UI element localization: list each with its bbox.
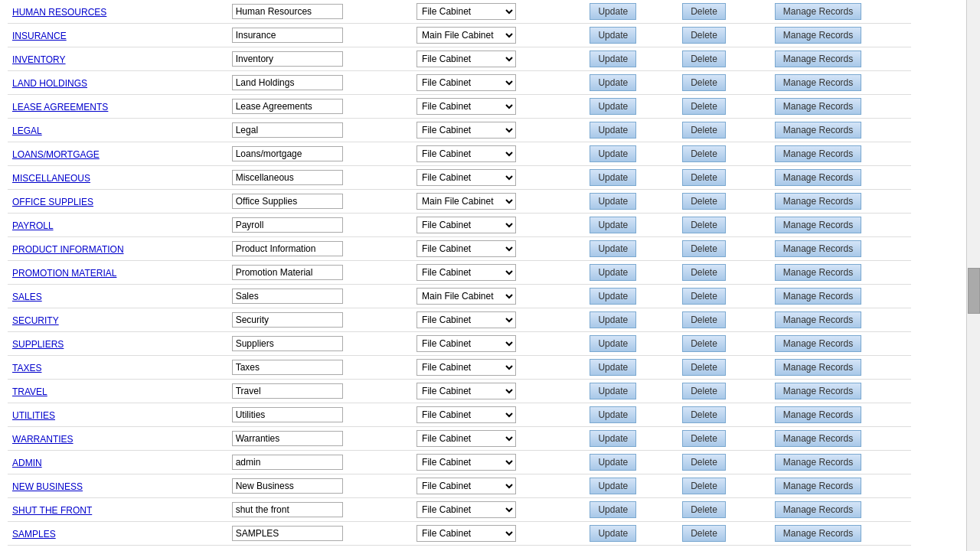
record-link-land_holdings[interactable]: LAND HOLDINGS [12, 78, 87, 89]
manage-records-button-inventory[interactable]: Manage Records [775, 51, 861, 67]
delete-button-office_supplies[interactable]: Delete [682, 193, 726, 210]
name-input-human_resources[interactable] [232, 4, 343, 19]
delete-button-lease_agreements[interactable]: Delete [682, 98, 726, 115]
delete-button-travel[interactable]: Delete [682, 383, 726, 399]
manage-records-button-lease_agreements[interactable]: Manage Records [775, 98, 861, 115]
manage-records-button-warranties[interactable]: Manage Records [775, 430, 861, 447]
cabinet-select-miscellaneous[interactable]: File CabinetMain File Cabinet [416, 169, 516, 186]
delete-button-legal[interactable]: Delete [682, 122, 726, 139]
delete-button-shut_the_front[interactable]: Delete [682, 501, 726, 518]
delete-button-new_business[interactable]: Delete [682, 478, 726, 494]
name-input-land_holdings[interactable] [232, 75, 343, 90]
cabinet-select-travel[interactable]: File CabinetMain File Cabinet [416, 383, 516, 399]
delete-button-insurance[interactable]: Delete [682, 27, 726, 44]
update-button-utilities[interactable]: Update [590, 406, 636, 423]
update-button-warranties[interactable]: Update [590, 430, 636, 447]
name-input-sales[interactable] [232, 289, 343, 304]
manage-records-button-human_resources[interactable]: Manage Records [775, 3, 861, 20]
record-link-legal[interactable]: LEGAL [12, 126, 42, 136]
update-button-new_business[interactable]: Update [590, 478, 636, 494]
name-input-travel[interactable] [232, 383, 343, 399]
update-button-product_information[interactable]: Update [590, 240, 636, 257]
name-input-office_supplies[interactable] [232, 194, 343, 209]
cabinet-select-admin[interactable]: File CabinetMain File Cabinet [416, 454, 516, 471]
update-button-admin[interactable]: Update [590, 454, 636, 471]
update-button-promotion_material[interactable]: Update [590, 264, 636, 281]
update-button-taxes[interactable]: Update [590, 359, 636, 376]
cabinet-select-security[interactable]: File CabinetMain File Cabinet [416, 311, 516, 328]
delete-button-samples[interactable]: Delete [682, 525, 726, 542]
manage-records-button-new_business[interactable]: Manage Records [775, 478, 861, 494]
cabinet-select-land_holdings[interactable]: File CabinetMain File Cabinet [416, 74, 516, 91]
manage-records-button-insurance[interactable]: Manage Records [775, 27, 861, 44]
manage-records-button-promotion_material[interactable]: Manage Records [775, 264, 861, 281]
update-button-inventory[interactable]: Update [590, 51, 636, 67]
name-input-warranties[interactable] [232, 431, 343, 446]
delete-button-sales[interactable]: Delete [682, 288, 726, 305]
update-button-lease_agreements[interactable]: Update [590, 98, 636, 115]
delete-button-promotion_material[interactable]: Delete [682, 264, 726, 281]
cabinet-select-loans_mortgage[interactable]: File CabinetMain File Cabinet [416, 145, 516, 162]
cabinet-select-sales[interactable]: File CabinetMain File Cabinet [416, 288, 516, 305]
cabinet-select-samples[interactable]: File CabinetMain File Cabinet [416, 525, 516, 542]
manage-records-button-loans_mortgage[interactable]: Manage Records [775, 145, 861, 162]
manage-records-button-office_supplies[interactable]: Manage Records [775, 193, 861, 210]
update-button-payroll[interactable]: Update [590, 217, 636, 233]
name-input-admin[interactable] [232, 455, 343, 470]
record-link-travel[interactable]: TRAVEL [12, 386, 47, 397]
cabinet-select-suppliers[interactable]: File CabinetMain File Cabinet [416, 335, 516, 352]
delete-button-taxes[interactable]: Delete [682, 359, 726, 376]
cabinet-select-human_resources[interactable]: File CabinetMain File Cabinet [416, 3, 516, 20]
record-link-utilities[interactable]: UTILITIES [12, 410, 55, 421]
update-button-sales[interactable]: Update [590, 288, 636, 305]
cabinet-select-inventory[interactable]: File CabinetMain File Cabinet [416, 51, 516, 67]
record-link-shut_the_front[interactable]: SHUT THE FRONT [12, 505, 92, 516]
delete-button-loans_mortgage[interactable]: Delete [682, 145, 726, 162]
record-link-warranties[interactable]: WARRANTIES [12, 434, 74, 445]
record-link-payroll[interactable]: PAYROLL [12, 220, 54, 231]
cabinet-select-insurance[interactable]: File CabinetMain File Cabinet [416, 27, 516, 44]
manage-records-button-land_holdings[interactable]: Manage Records [775, 74, 861, 91]
manage-records-button-legal[interactable]: Manage Records [775, 122, 861, 139]
record-link-security[interactable]: SECURITY [12, 315, 59, 326]
cabinet-select-taxes[interactable]: File CabinetMain File Cabinet [416, 359, 516, 376]
manage-records-button-miscellaneous[interactable]: Manage Records [775, 169, 861, 186]
update-button-suppliers[interactable]: Update [590, 335, 636, 352]
record-link-suppliers[interactable]: SUPPLIERS [12, 339, 64, 350]
manage-records-button-travel[interactable]: Manage Records [775, 383, 861, 399]
record-link-loans_mortgage[interactable]: LOANS/MORTGAGE [12, 149, 100, 160]
name-input-utilities[interactable] [232, 407, 343, 422]
name-input-legal[interactable] [232, 122, 343, 138]
name-input-security[interactable] [232, 312, 343, 328]
update-button-office_supplies[interactable]: Update [590, 193, 636, 210]
cabinet-select-legal[interactable]: File CabinetMain File Cabinet [416, 122, 516, 139]
update-button-land_holdings[interactable]: Update [590, 74, 636, 91]
name-input-new_business[interactable] [232, 478, 343, 494]
manage-records-button-shut_the_front[interactable]: Manage Records [775, 501, 861, 518]
cabinet-select-new_business[interactable]: File CabinetMain File Cabinet [416, 478, 516, 494]
record-link-sales[interactable]: SALES [12, 292, 42, 302]
update-button-travel[interactable]: Update [590, 383, 636, 399]
name-input-promotion_material[interactable] [232, 265, 343, 280]
record-link-admin[interactable]: ADMIN [12, 458, 42, 468]
name-input-samples[interactable] [232, 526, 343, 541]
cabinet-select-warranties[interactable]: File CabinetMain File Cabinet [416, 430, 516, 447]
cabinet-select-product_information[interactable]: File CabinetMain File Cabinet [416, 240, 516, 257]
manage-records-button-admin[interactable]: Manage Records [775, 454, 861, 471]
record-link-product_information[interactable]: PRODUCT INFORMATION [12, 244, 124, 255]
update-button-security[interactable]: Update [590, 311, 636, 328]
record-link-taxes[interactable]: TAXES [12, 363, 41, 373]
name-input-insurance[interactable] [232, 28, 343, 43]
record-link-lease_agreements[interactable]: LEASE AGREEMENTS [12, 102, 108, 112]
record-link-promotion_material[interactable]: PROMOTION MATERIAL [12, 268, 116, 279]
delete-button-human_resources[interactable]: Delete [682, 3, 726, 20]
record-link-inventory[interactable]: INVENTORY [12, 54, 66, 65]
manage-records-button-security[interactable]: Manage Records [775, 311, 861, 328]
delete-button-admin[interactable]: Delete [682, 454, 726, 471]
delete-button-payroll[interactable]: Delete [682, 217, 726, 233]
delete-button-inventory[interactable]: Delete [682, 51, 726, 67]
delete-button-warranties[interactable]: Delete [682, 430, 726, 447]
name-input-taxes[interactable] [232, 360, 343, 375]
update-button-miscellaneous[interactable]: Update [590, 169, 636, 186]
name-input-payroll[interactable] [232, 217, 343, 233]
